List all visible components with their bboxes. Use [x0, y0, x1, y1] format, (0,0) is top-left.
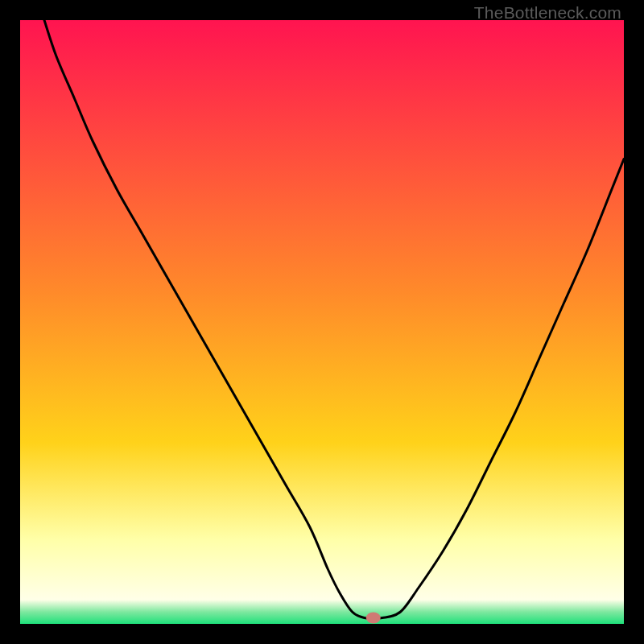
optimal-marker-icon [20, 20, 624, 624]
plot-area [20, 20, 624, 624]
chart-frame: TheBottleneck.com [0, 0, 644, 644]
svg-point-1 [366, 613, 381, 624]
watermark-text: TheBottleneck.com [474, 3, 621, 23]
